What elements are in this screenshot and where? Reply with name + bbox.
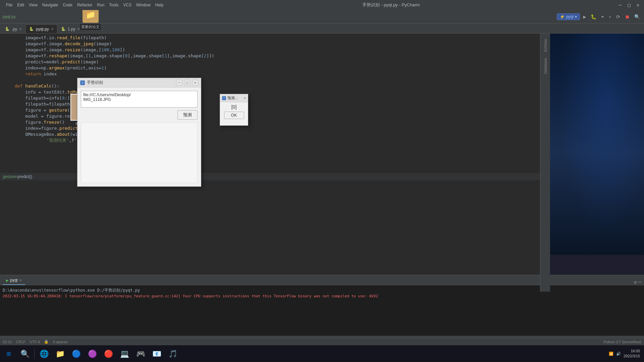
app8-icon: 📧 xyxy=(152,350,161,358)
console-tab-pyqt-close[interactable]: ✕ xyxy=(19,279,22,282)
window-title: 手势识别 - pyqt.py - PyCharm xyxy=(165,2,616,8)
profile-button[interactable]: ⚡ xyxy=(607,13,613,20)
database-tab[interactable]: Database xyxy=(542,55,549,76)
menu-vcs[interactable]: VCS xyxy=(121,2,133,8)
taskbar-app6[interactable]: 💻 xyxy=(117,346,132,361)
maximize-button[interactable]: □ xyxy=(626,2,632,8)
explorer-icon: 📁 xyxy=(56,350,65,358)
tab-py-unnamed-close[interactable]: ✕ xyxy=(19,27,22,31)
app9-icon: 🎵 xyxy=(168,350,177,358)
menu-tools[interactable]: Tools xyxy=(107,2,120,8)
windows-logo-icon: ⊞ xyxy=(7,350,11,358)
code-line-5: predict=model.predict(image) xyxy=(0,59,540,65)
menubar: File Edit View Navigate Code Refactor Ru… xyxy=(4,2,165,8)
menu-run[interactable]: Run xyxy=(95,2,106,8)
menu-help[interactable]: Help xyxy=(153,2,166,8)
tab-pyqt-close[interactable]: ✕ xyxy=(51,27,54,31)
taskbar-app4[interactable]: 🟣 xyxy=(85,346,100,361)
console-settings-icon[interactable]: ⚙ xyxy=(634,280,637,285)
console-tab-pyqt-icon: ▶ xyxy=(6,279,9,282)
taskbar-explorer[interactable]: 📁 xyxy=(53,346,67,361)
menu-code[interactable]: Code xyxy=(61,2,74,8)
breadcrumb-func: predict() xyxy=(17,174,32,179)
taskbar-network-icon: 📶 xyxy=(609,352,613,356)
status-indent[interactable]: 4 spaces xyxy=(53,340,67,344)
desktop-folder-icon[interactable]: 📁 需要的论文 xyxy=(80,7,101,30)
taskbar-clock[interactable]: 16:05 2022/3/15 xyxy=(624,349,640,359)
stop-button[interactable]: ⏹ xyxy=(624,13,631,20)
close-button[interactable]: ✕ xyxy=(635,2,641,8)
console-log-line: 2022-03-15 16:05:44.288418: I tensorflow… xyxy=(3,293,641,299)
sci-view-tab[interactable]: SciView xyxy=(542,36,549,55)
taskbar-app5[interactable]: 🔴 xyxy=(101,346,116,361)
tab-1py-icon: 🐍 xyxy=(61,27,66,31)
gesture-dialog-body: file:///C:/Users/mi/Desktop/ IMG_1118.JP… xyxy=(77,87,201,186)
taskbar-app7[interactable]: 🎮 xyxy=(133,346,148,361)
tab-pyqt[interactable]: 🐍 pyqt.py ✕ xyxy=(25,24,57,33)
minimize-button[interactable]: ─ xyxy=(617,2,624,8)
app4-icon: 🟣 xyxy=(88,350,97,358)
app3-icon: 🔵 xyxy=(72,350,81,358)
search-taskbar-icon: 🔍 xyxy=(20,350,30,358)
code-line-1: image=tf.io.read_file(filepath) xyxy=(0,35,540,41)
debug-button[interactable]: 🐛 xyxy=(589,13,598,20)
edge-icon: 🌐 xyxy=(40,350,49,358)
result-value: [0] xyxy=(231,104,237,110)
predict-button[interactable]: 预测 xyxy=(177,110,198,120)
title-bar: File Edit View Navigate Code Refactor Ru… xyxy=(0,0,644,10)
gesture-dialog-titlebar: ⚡ 手势识别 ─ □ ✕ xyxy=(77,78,201,87)
gesture-dialog-close[interactable]: ✕ xyxy=(192,80,198,86)
status-crlf[interactable]: CRLF xyxy=(16,340,26,344)
gesture-image-area xyxy=(81,122,198,183)
code-line-2: image=tf.image.decode_jpeg(image) xyxy=(0,41,540,47)
folder-label: 需要的论文 xyxy=(80,24,101,30)
status-encoding[interactable]: UTF-8 xyxy=(30,340,40,344)
window-control-buttons: ─ □ ✕ xyxy=(617,2,641,8)
search-taskbar-button[interactable]: 🔍 xyxy=(17,346,32,361)
status-python[interactable]: Python 3.7 (tensorflow) xyxy=(603,340,641,344)
tab-pyqt-label: pyqt.py xyxy=(36,27,49,32)
gesture-filepath-input[interactable]: file:///C:/Users/mi/Desktop/ IMG_1118.JP… xyxy=(81,91,198,108)
tab-py-unnamed-icon: 🐍 xyxy=(5,27,10,31)
toolbar-right-icons: ⚡ pyqt ▾ ▶ 🐛 ☂ ⚡ ⟳ ⏹ 🔍 xyxy=(557,13,641,20)
menu-view[interactable]: View xyxy=(27,2,40,8)
code-line-3: image=tf.image.resize(image,[100,100]) xyxy=(0,47,540,53)
code-line-6: index=np.argmax(predict,axis=1) xyxy=(0,65,540,71)
menu-file[interactable]: File xyxy=(4,2,14,8)
taskbar-date: 2022/3/15 xyxy=(624,354,640,359)
start-button[interactable]: ⊞ xyxy=(1,346,16,361)
gesture-dialog-maximize[interactable]: □ xyxy=(184,80,190,86)
taskbar-app8[interactable]: 📧 xyxy=(149,346,164,361)
taskbar-time: 16:05 xyxy=(624,349,640,354)
gesture-dialog-minimize[interactable]: ─ xyxy=(176,80,182,86)
tab-1py-close[interactable]: ✕ xyxy=(77,27,80,31)
taskbar-app3[interactable]: 🔵 xyxy=(69,346,84,361)
console-minimize-icon[interactable]: ─ xyxy=(638,280,641,285)
console-tab-pyqt[interactable]: ▶ pyqt ✕ xyxy=(3,276,25,285)
coverage-button[interactable]: ☂ xyxy=(600,13,605,20)
result-dialog-close[interactable]: ✕ xyxy=(244,96,246,100)
menu-refactor[interactable]: Refactor xyxy=(75,2,94,8)
taskbar-app9[interactable]: 🎵 xyxy=(165,346,180,361)
gesture-dialog-icon: ⚡ xyxy=(80,80,85,85)
desktop-wallpaper xyxy=(550,0,644,255)
reload-button[interactable]: ⟳ xyxy=(615,13,622,20)
right-panel-strip: SciView Database xyxy=(540,34,550,292)
search-everywhere-button[interactable]: 🔍 xyxy=(633,13,641,20)
app6-icon: 💻 xyxy=(120,350,129,358)
menu-window[interactable]: Window xyxy=(134,2,153,8)
ok-button[interactable]: OK xyxy=(224,112,244,119)
breadcrumb-file: gesture xyxy=(3,174,16,179)
toolbar-file: pyqt.py xyxy=(3,14,16,19)
result-dialog: ⚡ 预测... ✕ [0] OK xyxy=(220,94,248,126)
run-button[interactable]: ▶ xyxy=(582,13,587,20)
tab-1py[interactable]: 🐍 1.py ✕ xyxy=(57,24,84,33)
menu-edit[interactable]: Edit xyxy=(15,2,26,8)
pyqt-run-config[interactable]: ⚡ pyqt ▾ xyxy=(557,13,580,20)
taskbar-sep-1 xyxy=(34,349,35,359)
taskbar-edge[interactable]: 🌐 xyxy=(37,346,51,361)
code-line-4: image=tf.reshape(image,[1,image.shape[0]… xyxy=(0,53,540,59)
menu-navigate[interactable]: Navigate xyxy=(40,2,60,8)
gesture-dialog-title: 手势识别 xyxy=(87,80,174,85)
tab-py-unnamed[interactable]: 🐍 .py ✕ xyxy=(1,24,25,33)
